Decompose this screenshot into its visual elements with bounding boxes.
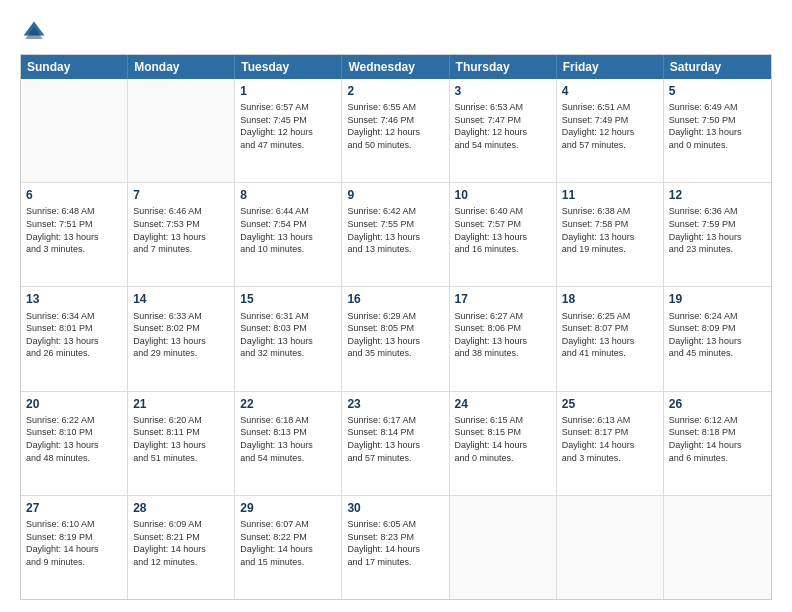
calendar-row-3: 20Sunrise: 6:22 AM Sunset: 8:10 PM Dayli…	[21, 391, 771, 495]
calendar-row-4: 27Sunrise: 6:10 AM Sunset: 8:19 PM Dayli…	[21, 495, 771, 599]
logo-icon	[20, 18, 48, 46]
day-number: 5	[669, 83, 766, 99]
cell-info: Sunrise: 6:10 AM Sunset: 8:19 PM Dayligh…	[26, 518, 122, 568]
cell-info: Sunrise: 6:22 AM Sunset: 8:10 PM Dayligh…	[26, 414, 122, 464]
day-number: 23	[347, 396, 443, 412]
calendar-cell-21: 21Sunrise: 6:20 AM Sunset: 8:11 PM Dayli…	[128, 392, 235, 495]
day-number: 21	[133, 396, 229, 412]
calendar-row-1: 6Sunrise: 6:48 AM Sunset: 7:51 PM Daylig…	[21, 182, 771, 286]
calendar-cell-29: 29Sunrise: 6:07 AM Sunset: 8:22 PM Dayli…	[235, 496, 342, 599]
calendar-cell-empty	[21, 79, 128, 182]
cell-info: Sunrise: 6:36 AM Sunset: 7:59 PM Dayligh…	[669, 205, 766, 255]
day-number: 30	[347, 500, 443, 516]
calendar-row-2: 13Sunrise: 6:34 AM Sunset: 8:01 PM Dayli…	[21, 286, 771, 390]
cell-info: Sunrise: 6:13 AM Sunset: 8:17 PM Dayligh…	[562, 414, 658, 464]
day-number: 3	[455, 83, 551, 99]
calendar: SundayMondayTuesdayWednesdayThursdayFrid…	[20, 54, 772, 600]
day-number: 17	[455, 291, 551, 307]
cell-info: Sunrise: 6:20 AM Sunset: 8:11 PM Dayligh…	[133, 414, 229, 464]
cell-info: Sunrise: 6:34 AM Sunset: 8:01 PM Dayligh…	[26, 310, 122, 360]
calendar-cell-20: 20Sunrise: 6:22 AM Sunset: 8:10 PM Dayli…	[21, 392, 128, 495]
header-day-saturday: Saturday	[664, 55, 771, 79]
cell-info: Sunrise: 6:40 AM Sunset: 7:57 PM Dayligh…	[455, 205, 551, 255]
calendar-cell-empty	[450, 496, 557, 599]
calendar-cell-30: 30Sunrise: 6:05 AM Sunset: 8:23 PM Dayli…	[342, 496, 449, 599]
calendar-cell-23: 23Sunrise: 6:17 AM Sunset: 8:14 PM Dayli…	[342, 392, 449, 495]
day-number: 15	[240, 291, 336, 307]
calendar-cell-4: 4Sunrise: 6:51 AM Sunset: 7:49 PM Daylig…	[557, 79, 664, 182]
calendar-cell-9: 9Sunrise: 6:42 AM Sunset: 7:55 PM Daylig…	[342, 183, 449, 286]
header-day-wednesday: Wednesday	[342, 55, 449, 79]
calendar-cell-26: 26Sunrise: 6:12 AM Sunset: 8:18 PM Dayli…	[664, 392, 771, 495]
calendar-row-0: 1Sunrise: 6:57 AM Sunset: 7:45 PM Daylig…	[21, 79, 771, 182]
cell-info: Sunrise: 6:24 AM Sunset: 8:09 PM Dayligh…	[669, 310, 766, 360]
header-day-tuesday: Tuesday	[235, 55, 342, 79]
header-day-monday: Monday	[128, 55, 235, 79]
day-number: 26	[669, 396, 766, 412]
day-number: 14	[133, 291, 229, 307]
day-number: 2	[347, 83, 443, 99]
day-number: 4	[562, 83, 658, 99]
calendar-cell-14: 14Sunrise: 6:33 AM Sunset: 8:02 PM Dayli…	[128, 287, 235, 390]
cell-info: Sunrise: 6:46 AM Sunset: 7:53 PM Dayligh…	[133, 205, 229, 255]
day-number: 29	[240, 500, 336, 516]
cell-info: Sunrise: 6:15 AM Sunset: 8:15 PM Dayligh…	[455, 414, 551, 464]
cell-info: Sunrise: 6:53 AM Sunset: 7:47 PM Dayligh…	[455, 101, 551, 151]
day-number: 13	[26, 291, 122, 307]
cell-info: Sunrise: 6:17 AM Sunset: 8:14 PM Dayligh…	[347, 414, 443, 464]
header-day-friday: Friday	[557, 55, 664, 79]
day-number: 6	[26, 187, 122, 203]
calendar-cell-11: 11Sunrise: 6:38 AM Sunset: 7:58 PM Dayli…	[557, 183, 664, 286]
header-day-thursday: Thursday	[450, 55, 557, 79]
calendar-cell-10: 10Sunrise: 6:40 AM Sunset: 7:57 PM Dayli…	[450, 183, 557, 286]
day-number: 1	[240, 83, 336, 99]
day-number: 28	[133, 500, 229, 516]
calendar-cell-2: 2Sunrise: 6:55 AM Sunset: 7:46 PM Daylig…	[342, 79, 449, 182]
calendar-cell-17: 17Sunrise: 6:27 AM Sunset: 8:06 PM Dayli…	[450, 287, 557, 390]
cell-info: Sunrise: 6:29 AM Sunset: 8:05 PM Dayligh…	[347, 310, 443, 360]
calendar-cell-28: 28Sunrise: 6:09 AM Sunset: 8:21 PM Dayli…	[128, 496, 235, 599]
cell-info: Sunrise: 6:48 AM Sunset: 7:51 PM Dayligh…	[26, 205, 122, 255]
calendar-cell-6: 6Sunrise: 6:48 AM Sunset: 7:51 PM Daylig…	[21, 183, 128, 286]
cell-info: Sunrise: 6:05 AM Sunset: 8:23 PM Dayligh…	[347, 518, 443, 568]
day-number: 8	[240, 187, 336, 203]
calendar-cell-18: 18Sunrise: 6:25 AM Sunset: 8:07 PM Dayli…	[557, 287, 664, 390]
header-day-sunday: Sunday	[21, 55, 128, 79]
day-number: 24	[455, 396, 551, 412]
page: SundayMondayTuesdayWednesdayThursdayFrid…	[0, 0, 792, 612]
day-number: 10	[455, 187, 551, 203]
calendar-cell-13: 13Sunrise: 6:34 AM Sunset: 8:01 PM Dayli…	[21, 287, 128, 390]
calendar-cell-25: 25Sunrise: 6:13 AM Sunset: 8:17 PM Dayli…	[557, 392, 664, 495]
cell-info: Sunrise: 6:27 AM Sunset: 8:06 PM Dayligh…	[455, 310, 551, 360]
calendar-cell-1: 1Sunrise: 6:57 AM Sunset: 7:45 PM Daylig…	[235, 79, 342, 182]
calendar-cell-empty	[664, 496, 771, 599]
cell-info: Sunrise: 6:09 AM Sunset: 8:21 PM Dayligh…	[133, 518, 229, 568]
day-number: 11	[562, 187, 658, 203]
calendar-cell-27: 27Sunrise: 6:10 AM Sunset: 8:19 PM Dayli…	[21, 496, 128, 599]
day-number: 18	[562, 291, 658, 307]
cell-info: Sunrise: 6:33 AM Sunset: 8:02 PM Dayligh…	[133, 310, 229, 360]
day-number: 22	[240, 396, 336, 412]
cell-info: Sunrise: 6:07 AM Sunset: 8:22 PM Dayligh…	[240, 518, 336, 568]
calendar-cell-7: 7Sunrise: 6:46 AM Sunset: 7:53 PM Daylig…	[128, 183, 235, 286]
cell-info: Sunrise: 6:42 AM Sunset: 7:55 PM Dayligh…	[347, 205, 443, 255]
cell-info: Sunrise: 6:31 AM Sunset: 8:03 PM Dayligh…	[240, 310, 336, 360]
day-number: 7	[133, 187, 229, 203]
cell-info: Sunrise: 6:12 AM Sunset: 8:18 PM Dayligh…	[669, 414, 766, 464]
calendar-cell-12: 12Sunrise: 6:36 AM Sunset: 7:59 PM Dayli…	[664, 183, 771, 286]
calendar-cell-19: 19Sunrise: 6:24 AM Sunset: 8:09 PM Dayli…	[664, 287, 771, 390]
cell-info: Sunrise: 6:18 AM Sunset: 8:13 PM Dayligh…	[240, 414, 336, 464]
calendar-body: 1Sunrise: 6:57 AM Sunset: 7:45 PM Daylig…	[21, 79, 771, 599]
calendar-cell-24: 24Sunrise: 6:15 AM Sunset: 8:15 PM Dayli…	[450, 392, 557, 495]
calendar-cell-5: 5Sunrise: 6:49 AM Sunset: 7:50 PM Daylig…	[664, 79, 771, 182]
cell-info: Sunrise: 6:51 AM Sunset: 7:49 PM Dayligh…	[562, 101, 658, 151]
day-number: 9	[347, 187, 443, 203]
header	[20, 18, 772, 46]
cell-info: Sunrise: 6:55 AM Sunset: 7:46 PM Dayligh…	[347, 101, 443, 151]
logo	[20, 18, 52, 46]
calendar-cell-empty	[557, 496, 664, 599]
cell-info: Sunrise: 6:38 AM Sunset: 7:58 PM Dayligh…	[562, 205, 658, 255]
calendar-header: SundayMondayTuesdayWednesdayThursdayFrid…	[21, 55, 771, 79]
calendar-cell-empty	[128, 79, 235, 182]
cell-info: Sunrise: 6:44 AM Sunset: 7:54 PM Dayligh…	[240, 205, 336, 255]
